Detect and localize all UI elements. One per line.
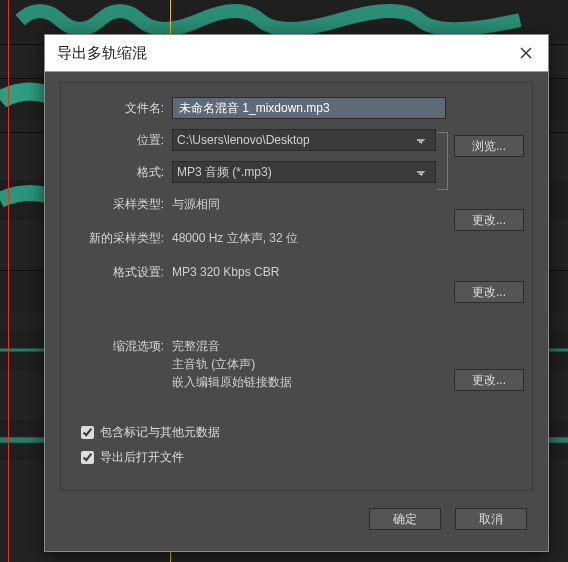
playhead-line (8, 0, 9, 562)
open-after-input[interactable] (81, 451, 94, 464)
dialog-title: 导出多轨缩混 (57, 44, 147, 63)
dialog-footer: 确定 取消 (60, 499, 533, 539)
open-after-label: 导出后打开文件 (100, 449, 184, 466)
label-mixdown-options: 缩混选项: (69, 335, 172, 357)
label-location: 位置: (69, 129, 172, 151)
label-new-sample-type: 新的采样类型: (69, 227, 172, 249)
change-format-button[interactable]: 更改... (454, 281, 524, 303)
include-metadata-input[interactable] (81, 426, 94, 439)
open-after-checkbox[interactable]: 导出后打开文件 (77, 448, 220, 467)
label-format: 格式: (69, 161, 172, 183)
label-sample-type: 采样类型: (69, 193, 172, 215)
mixdown-options-value: 完整混音 主音轨 (立体声) 嵌入编辑原始链接数据 (172, 335, 292, 395)
dialog-titlebar: 导出多轨缩混 (45, 35, 548, 72)
location-dropdown[interactable]: C:\Users\lenovo\Desktop (172, 129, 436, 151)
include-metadata-checkbox[interactable]: 包含标记与其他元数据 (77, 423, 220, 442)
export-mixdown-dialog: 导出多轨缩混 文件名: 位置: C:\Users\le (44, 34, 549, 552)
change-sample-button[interactable]: 更改... (454, 209, 524, 231)
include-metadata-label: 包含标记与其他元数据 (100, 424, 220, 441)
close-icon[interactable] (516, 43, 536, 63)
sample-type-value: 与源相同 (172, 193, 220, 217)
ok-button[interactable]: 确定 (369, 508, 441, 530)
label-format-settings: 格式设置: (69, 261, 172, 283)
label-filename: 文件名: (69, 97, 172, 119)
format-settings-value: MP3 320 Kbps CBR (172, 261, 279, 325)
filename-input[interactable] (172, 97, 446, 119)
browse-button[interactable]: 浏览... (454, 135, 524, 157)
change-mixdown-button[interactable]: 更改... (454, 369, 524, 391)
new-sample-type-value: 48000 Hz 立体声, 32 位 (172, 227, 298, 251)
format-dropdown[interactable]: MP3 音频 (*.mp3) (172, 161, 436, 183)
cancel-button[interactable]: 取消 (455, 508, 527, 530)
